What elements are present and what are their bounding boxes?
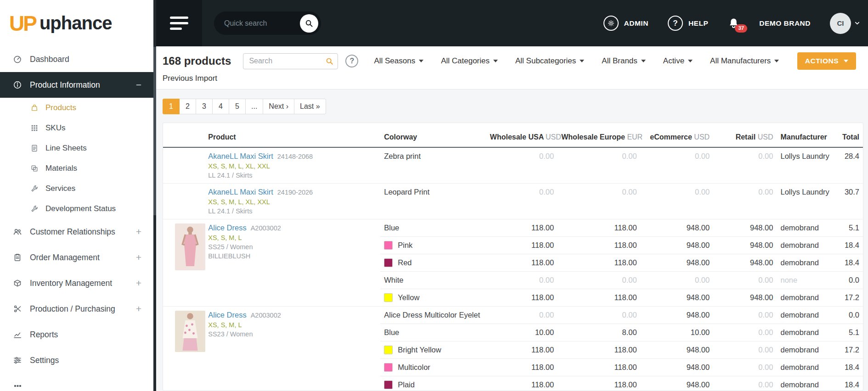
col-header-wholesale-europe: Wholesale Europe EUR — [558, 128, 640, 147]
brand-menu[interactable]: DEMO BRAND — [759, 19, 811, 28]
wrench-icon — [30, 184, 39, 193]
question-icon: ? — [668, 16, 683, 31]
total-cell: 0.0 — [834, 272, 863, 289]
colorway-name: Alice Dress Multicolor Eyelet — [384, 311, 480, 319]
filter-all-categories[interactable]: All Categories — [441, 56, 498, 66]
color-swatch — [384, 346, 393, 354]
sidebar-item-inventory-management[interactable]: Inventory Management+ — [0, 270, 153, 296]
product-link[interactable]: AkaneLL Maxi Skirt — [208, 152, 273, 160]
thumbnail-cell — [163, 147, 204, 184]
pagination-page-1[interactable]: 1 — [163, 99, 180, 114]
ecommerce-cell: 0.00 — [641, 184, 713, 219]
product-link[interactable]: AkaneLL Maxi Skirt — [208, 188, 273, 196]
filter-bar: All SeasonsAll CategoriesAll Subcategori… — [374, 56, 779, 66]
wholesale-europe-cell: 118.00 — [558, 341, 640, 359]
wholesale-europe-cell: 118.00 — [558, 219, 640, 237]
search-icon — [325, 57, 334, 66]
pagination-page-5[interactable]: 5 — [229, 99, 246, 114]
sidebar-item-skus[interactable]: SKUs — [0, 118, 153, 138]
wholesale-usa-cell: 118.00 — [486, 376, 558, 391]
previous-import-link[interactable]: Previous Import — [163, 74, 217, 83]
box-icon — [13, 279, 22, 288]
wholesale-europe-cell: 118.00 — [558, 359, 640, 376]
avatar: CI — [830, 13, 851, 34]
caret-down-icon — [419, 60, 423, 62]
filter-all-brands[interactable]: All Brands — [602, 56, 645, 66]
product-season-category: SS25 / Women — [208, 243, 377, 251]
pagination-page-3[interactable]: 3 — [196, 99, 213, 114]
sidebar-item-order-management[interactable]: Order Management+ — [0, 245, 153, 270]
product-cell: AkaneLL Maxi Skirt24148-2068XS, S, M, L,… — [204, 147, 380, 184]
sidebar-item-more[interactable] — [0, 373, 153, 391]
filter-active[interactable]: Active — [663, 56, 693, 66]
collapse-icon: − — [136, 79, 141, 90]
sidebar-item-development-status[interactable]: Development Status — [0, 199, 153, 219]
content-header: 168 products ? All SeasonsAll Categories… — [156, 46, 868, 89]
sidebar-item-dashboard[interactable]: Dashboard — [0, 46, 153, 72]
product-season-category: LL 24.1 / Skirts — [208, 172, 377, 179]
filter-label: Active — [663, 56, 684, 66]
color-swatch — [384, 241, 393, 250]
total-cell: 5.1 — [834, 324, 863, 341]
sidebar-item-services[interactable]: Services — [0, 179, 153, 199]
sidebar-item-production-purchasing[interactable]: Production / Purchasing+ — [0, 296, 153, 322]
color-swatch — [384, 258, 393, 267]
col-header-total: Total — [834, 128, 863, 147]
caret-down-icon — [688, 60, 693, 62]
menu-toggle-button[interactable] — [156, 0, 202, 46]
table-search-input[interactable] — [243, 53, 338, 69]
retail-cell: 948.00 — [713, 289, 777, 307]
total-cell: 5.1 — [834, 219, 863, 237]
filter-all-seasons[interactable]: All Seasons — [374, 56, 423, 66]
colorway-cell: Leopard Print — [380, 184, 486, 219]
model-floral-dress-image[interactable] — [175, 311, 205, 352]
sidebar-item-product-information[interactable]: Product Information− — [0, 72, 153, 98]
colorway-name: White — [384, 276, 403, 284]
notifications-menu[interactable]: 37 — [727, 17, 740, 29]
gear-icon — [603, 16, 619, 31]
pagination-next[interactable]: Next › — [263, 99, 294, 114]
wholesale-europe-cell: 118.00 — [558, 254, 640, 272]
color-swatch — [384, 363, 393, 372]
user-menu[interactable]: CI — [830, 13, 861, 34]
colorway-name: Zebra print — [384, 152, 421, 160]
top-navbar: ADMIN ? HELP 37 DEMO BRAND CI — [156, 0, 868, 46]
quick-search-input[interactable] — [224, 19, 300, 28]
total-cell: 18.4 — [834, 359, 863, 376]
product-link[interactable]: Alice Dress — [208, 311, 246, 319]
sidebar-item-settings[interactable]: Settings — [0, 347, 153, 373]
quick-search-button[interactable] — [300, 14, 318, 33]
column-label: Colorway — [384, 133, 417, 141]
retail-cell: 948.00 — [713, 237, 777, 254]
wholesale-usa-cell: 118.00 — [486, 254, 558, 272]
thumbnail-cell — [163, 184, 204, 219]
sidebar-item-reports[interactable]: Reports — [0, 322, 153, 347]
sidebar-item-customer-relationships[interactable]: Customer Relationships+ — [0, 219, 153, 245]
product-link[interactable]: Alice Dress — [208, 223, 246, 232]
page-title: 168 products — [163, 55, 231, 67]
brand-logo[interactable]: UP uphance — [0, 0, 153, 46]
sidebar-subitem-label: Line Sheets — [45, 144, 87, 153]
admin-menu[interactable]: ADMIN — [603, 16, 648, 31]
product-sizes: XS, S, M, L, XL, XXL — [208, 162, 377, 170]
help-menu[interactable]: ? HELP — [668, 16, 708, 31]
total-cell: 18.4 — [834, 376, 863, 391]
actions-button[interactable]: ACTIONS — [797, 52, 856, 70]
apps-icon — [13, 381, 22, 391]
sidebar-item-products[interactable]: Products — [0, 98, 153, 118]
expand-icon: + — [136, 226, 141, 237]
sidebar-item-line-sheets[interactable]: Line Sheets — [0, 138, 153, 158]
colorway-name: Blue — [384, 328, 399, 336]
model-pink-dress-image[interactable] — [175, 223, 205, 270]
pagination-page-4[interactable]: 4 — [212, 99, 229, 114]
dashboard-icon — [13, 55, 22, 64]
filter-all-manufacturers[interactable]: All Manufacturers — [710, 56, 779, 66]
pagination-last[interactable]: Last » — [294, 99, 326, 114]
col-header-ecommerce: eCommerce USD — [641, 128, 713, 147]
filter-all-subcategories[interactable]: All Subcategories — [515, 56, 584, 66]
sidebar-item-label: Product Information — [30, 80, 100, 90]
sidebar-item-materials[interactable]: Materials — [0, 158, 153, 179]
manufacturer-cell: demobrand — [777, 359, 834, 376]
help-icon[interactable]: ? — [345, 55, 358, 67]
pagination-page-2[interactable]: 2 — [179, 99, 196, 114]
